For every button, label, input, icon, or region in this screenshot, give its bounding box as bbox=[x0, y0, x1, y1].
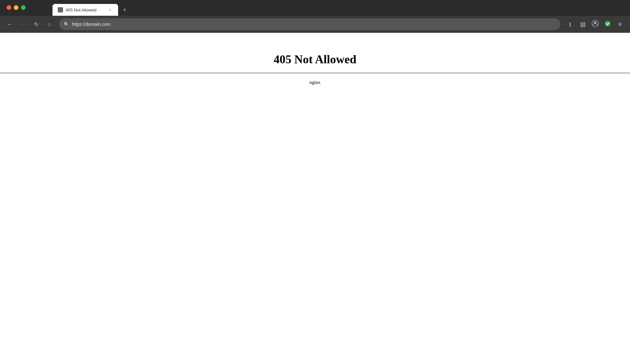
forward-icon: → bbox=[20, 21, 26, 27]
reload-button[interactable]: ↻ bbox=[30, 18, 42, 30]
window-controls bbox=[7, 5, 26, 10]
browser-chrome: 405 Not Allowed × + ← → ↻ ⌂ 🔍 ⫿ ▤ bbox=[0, 0, 630, 33]
library-icon: ⫿ bbox=[569, 21, 572, 28]
address-bar-wrapper[interactable]: 🔍 bbox=[59, 18, 560, 30]
menu-icon: ≡ bbox=[619, 21, 622, 28]
toolbar-right: ⫿ ▤ bbox=[564, 18, 626, 30]
shield-button[interactable] bbox=[602, 18, 614, 30]
home-button[interactable]: ⌂ bbox=[43, 18, 55, 30]
back-button[interactable]: ← bbox=[4, 18, 16, 30]
navbar: ← → ↻ ⌂ 🔍 ⫿ ▤ bbox=[0, 16, 630, 33]
reader-icon: ▤ bbox=[580, 21, 586, 28]
address-bar-input[interactable] bbox=[72, 22, 556, 27]
error-heading: 405 Not Allowed bbox=[274, 52, 356, 66]
tab-bar: 405 Not Allowed × + bbox=[0, 0, 630, 16]
search-icon: 🔍 bbox=[64, 22, 69, 27]
tab-title: 405 Not Allowed bbox=[66, 8, 105, 12]
minimize-traffic-light[interactable] bbox=[14, 5, 18, 10]
server-text: nginx bbox=[309, 80, 321, 85]
maximize-traffic-light[interactable] bbox=[21, 5, 26, 10]
home-icon: ⌂ bbox=[48, 21, 51, 27]
close-traffic-light[interactable] bbox=[7, 5, 11, 10]
reload-icon: ↻ bbox=[34, 21, 38, 28]
back-icon: ← bbox=[7, 21, 12, 27]
active-tab[interactable]: 405 Not Allowed × bbox=[52, 4, 118, 16]
menu-button[interactable]: ≡ bbox=[614, 18, 626, 30]
library-button[interactable]: ⫿ bbox=[564, 18, 576, 30]
account-button[interactable] bbox=[589, 18, 601, 30]
reader-view-button[interactable]: ▤ bbox=[577, 18, 589, 30]
tab-favicon bbox=[58, 7, 63, 12]
shield-icon bbox=[604, 20, 611, 29]
account-icon bbox=[592, 20, 599, 29]
forward-button[interactable]: → bbox=[17, 18, 29, 30]
new-tab-button[interactable]: + bbox=[119, 5, 130, 15]
page-content: 405 Not Allowed nginx bbox=[0, 33, 630, 364]
hr-divider bbox=[0, 73, 630, 73]
tab-close-button[interactable]: × bbox=[108, 7, 113, 12]
